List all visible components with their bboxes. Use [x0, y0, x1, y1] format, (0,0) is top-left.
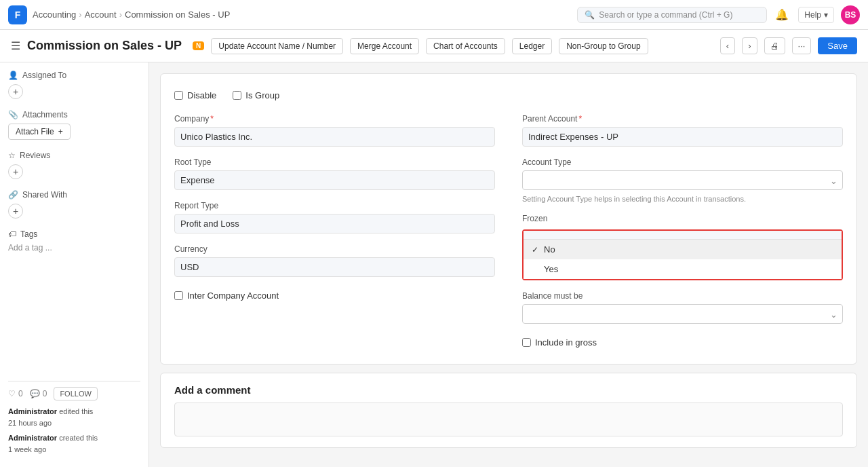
inter-company-label: Inter Company Account	[187, 291, 279, 301]
frozen-options: ✓ No ✓ Yes	[524, 240, 842, 279]
is-group-checkbox[interactable]	[233, 91, 241, 100]
comments-count: 💬 0	[30, 389, 47, 398]
sidebar: 👤 Assigned To + 📎 Attachments Attach Fil…	[0, 62, 149, 467]
app-logo: F	[8, 5, 27, 24]
include-in-gross-label: Include in gross	[535, 337, 597, 348]
frozen-option-yes-label: Yes	[544, 264, 558, 274]
follow-button[interactable]: FOLLOW	[54, 387, 97, 400]
assigned-to-section: 👤 Assigned To +	[8, 71, 140, 99]
check-icon: ✓	[532, 245, 538, 255]
tag-icon: 🏷	[8, 229, 16, 239]
layout: 👤 Assigned To + 📎 Attachments Attach Fil…	[0, 62, 868, 467]
account-type-select-wrapper[interactable]	[522, 170, 843, 190]
reviews-label: Reviews	[20, 151, 50, 160]
add-tag-link[interactable]: Add a tag ...	[8, 243, 140, 253]
sidebar-counts: ♡ 0 💬 0 FOLLOW	[8, 387, 140, 400]
currency-group: Currency USD	[174, 244, 495, 277]
currency-label: Currency	[174, 244, 495, 254]
heart-icon: ♡	[8, 389, 16, 398]
frozen-label: Frozen	[522, 214, 843, 223]
root-type-label: Root Type	[174, 157, 495, 167]
page-header: ☰ Commission on Sales - UP N Update Acco…	[0, 30, 868, 62]
comment-input[interactable]	[174, 403, 843, 436]
more-options-button[interactable]: ···	[792, 37, 812, 54]
chart-of-accounts-button[interactable]: Chart of Accounts	[426, 38, 505, 54]
is-group-checkbox-row[interactable]: Is Group	[233, 88, 279, 103]
report-type-group: Report Type Profit and Loss	[174, 201, 495, 234]
ledger-button[interactable]: Ledger	[512, 38, 552, 54]
add-review-button[interactable]: +	[8, 164, 23, 179]
reviews-section: ☆ Reviews +	[8, 151, 140, 179]
avatar[interactable]: BS	[841, 5, 860, 24]
attach-file-button[interactable]: Attach File +	[8, 124, 71, 140]
status-badge-n: N	[193, 41, 204, 50]
report-type-value: Profit and Loss	[174, 214, 495, 234]
menu-icon[interactable]: ☰	[11, 39, 20, 52]
update-account-button[interactable]: Update Account Name / Number	[211, 38, 343, 54]
assigned-to-label: Assigned To	[22, 71, 66, 80]
frozen-option-yes[interactable]: ✓ Yes	[524, 259, 842, 279]
non-group-to-group-button[interactable]: Non-Group to Group	[559, 38, 648, 54]
balance-must-be-select[interactable]	[522, 304, 843, 324]
activity-item-2: Administrator created this 1 week ago	[8, 432, 140, 455]
share-icon: 🔗	[8, 190, 18, 200]
add-assigned-to-button[interactable]: +	[8, 84, 23, 99]
include-in-gross-row[interactable]: Include in gross	[522, 335, 843, 350]
include-in-gross-checkbox[interactable]	[522, 338, 531, 347]
prev-button[interactable]: ‹	[720, 37, 735, 54]
attachment-icon: 📎	[8, 110, 18, 119]
help-button[interactable]: Help ▾	[798, 7, 834, 23]
breadcrumb: Accounting › Account › Commission on Sal…	[33, 10, 230, 20]
comment-title: Add a comment	[174, 384, 843, 396]
breadcrumb-accounting[interactable]: Accounting	[33, 10, 76, 20]
attach-file-label: Attach File	[16, 127, 54, 136]
sidebar-footer: ♡ 0 💬 0 FOLLOW Administrator edited this…	[8, 381, 140, 459]
notifications-icon[interactable]: 🔔	[772, 5, 791, 24]
disable-checkbox[interactable]	[174, 91, 183, 100]
account-type-label: Account Type	[522, 157, 843, 167]
activity-item-1: Administrator edited this 21 hours ago	[8, 406, 140, 428]
tags-label: Tags	[20, 229, 37, 239]
comment-icon: 💬	[30, 389, 40, 398]
chevron-down-icon: ▾	[824, 10, 828, 20]
is-group-label: Is Group	[245, 90, 279, 100]
root-type-value: Expense	[174, 170, 495, 190]
inter-company-checkbox-row[interactable]: Inter Company Account	[174, 288, 495, 303]
save-button[interactable]: Save	[818, 37, 857, 54]
help-label: Help	[804, 10, 821, 20]
topbar-icons: 🔔 Help ▾ BS	[772, 5, 860, 24]
disable-label: Disable	[187, 90, 216, 100]
frozen-option-no[interactable]: ✓ No	[524, 240, 842, 259]
breadcrumb-current: Commission on Sales - UP	[125, 10, 230, 20]
print-button[interactable]: 🖨	[764, 37, 785, 54]
parent-account-value: Indirect Expenses - UP	[522, 127, 843, 147]
next-button[interactable]: ›	[742, 37, 757, 54]
balance-must-be-select-wrapper[interactable]	[522, 304, 843, 324]
inter-company-checkbox[interactable]	[174, 291, 183, 300]
breadcrumb-account[interactable]: Account	[85, 10, 117, 20]
person-icon: 👤	[8, 71, 18, 80]
comment-card: Add a comment	[160, 373, 857, 448]
balance-must-be-group: Balance must be	[522, 291, 843, 324]
shared-with-section: 🔗 Shared With +	[8, 190, 140, 219]
balance-must-be-label: Balance must be	[522, 291, 843, 301]
search-box[interactable]: 🔍 Search or type a command (Ctrl + G)	[577, 7, 767, 23]
attachments-section: 📎 Attachments Attach File +	[8, 110, 140, 140]
account-type-select[interactable]	[522, 170, 843, 190]
root-type-group: Root Type Expense	[174, 157, 495, 190]
frozen-dropdown-open[interactable]: ✓ No ✓ Yes	[522, 229, 843, 280]
form-grid: Company* Unico Plastics Inc. Root Type E…	[174, 114, 843, 350]
form-card: Disable Is Group Company* Unico Plastics…	[160, 73, 857, 365]
plus-icon: +	[58, 127, 63, 136]
page-title: Commission on Sales - UP	[27, 39, 182, 53]
topbar: F Accounting › Account › Commission on S…	[0, 0, 868, 30]
tags-section: 🏷 Tags Add a tag ...	[8, 229, 140, 253]
company-group: Company* Unico Plastics Inc.	[174, 114, 495, 147]
main-content: Disable Is Group Company* Unico Plastics…	[149, 62, 868, 467]
add-shared-with-button[interactable]: +	[8, 204, 23, 219]
attachments-label: Attachments	[22, 110, 68, 119]
disable-checkbox-row[interactable]: Disable	[174, 88, 216, 103]
merge-account-button[interactable]: Merge Account	[350, 38, 419, 54]
report-type-label: Report Type	[174, 201, 495, 210]
frozen-header	[524, 231, 842, 240]
